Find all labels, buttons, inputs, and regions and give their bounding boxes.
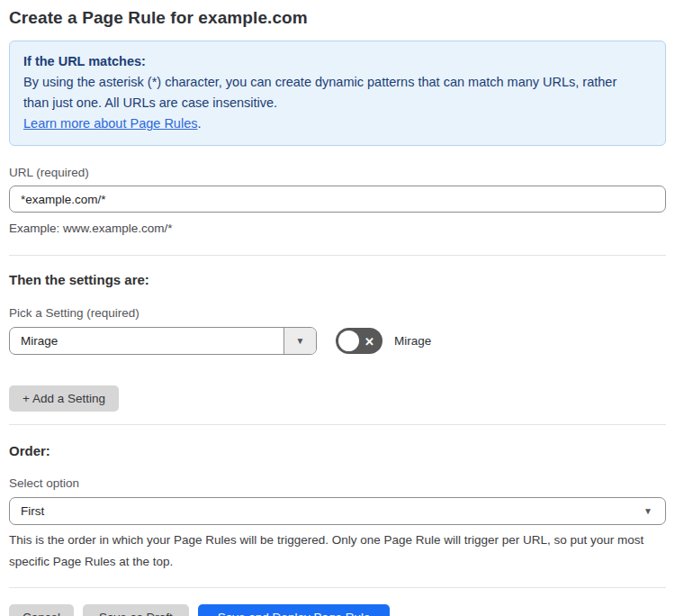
setting-select[interactable]: Mirage ▼ [9,327,317,355]
save-and-deploy-button[interactable]: Save and Deploy Page Rule [198,604,391,616]
pick-setting-label: Pick a Setting (required) [9,306,666,320]
learn-more-link[interactable]: Learn more about Page Rules [23,116,197,131]
mirage-toggle[interactable]: ✕ [336,328,382,354]
create-page-rule-form: Create a Page Rule for example.com If th… [0,0,675,616]
link-suffix: . [197,116,201,131]
order-select-label: Select option [9,476,666,490]
cancel-button[interactable]: Cancel [9,604,74,616]
order-section-heading: Order: [9,443,666,458]
chevron-down-icon: ▼ [644,507,652,516]
url-field-label: URL (required) [9,166,666,179]
order-select[interactable]: First ▼ [9,497,666,525]
url-input[interactable] [9,186,666,213]
setting-select-arrow-button[interactable]: ▼ [284,328,316,354]
url-match-info-box: If the URL matches: By using the asteris… [9,41,666,146]
order-helper-text: This is the order in which your Page Rul… [9,530,664,573]
setting-row: Mirage ▼ ✕ Mirage [9,327,666,355]
toggle-off-x-icon: ✕ [364,335,374,347]
divider [9,424,666,425]
save-as-draft-button[interactable]: Save as Draft [83,604,189,616]
info-box-body: By using the asterisk (*) character, you… [23,72,644,113]
chevron-down-icon: ▼ [296,337,305,346]
info-box-link-line: Learn more about Page Rules. [23,113,652,134]
info-box-heading: If the URL matches: [23,51,652,72]
footer-actions: Cancel Save as Draft Save and Deploy Pag… [9,604,666,616]
toggle-setting-label: Mirage [394,334,431,348]
divider [9,587,666,588]
setting-select-value: Mirage [10,328,284,354]
settings-section-heading: Then the settings are: [9,272,666,287]
toggle-knob [338,331,359,351]
url-example-helper: Example: www.example.com/* [9,218,666,240]
add-setting-button[interactable]: + Add a Setting [9,385,119,412]
page-title: Create a Page Rule for example.com [9,0,666,28]
divider [9,255,666,256]
order-select-value: First [10,504,644,518]
